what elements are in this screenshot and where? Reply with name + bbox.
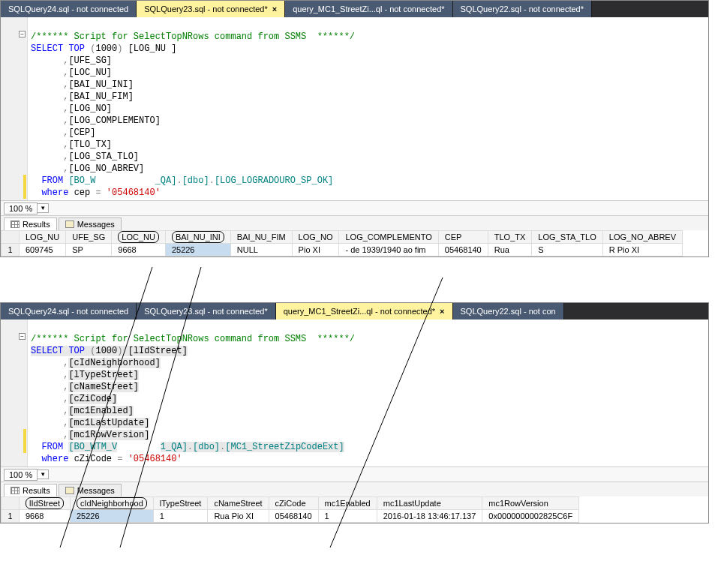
row-header-blank: [2, 231, 20, 244]
table-header-row: lIdStreet cIdNeighborhood lTypeStreet cN…: [2, 497, 579, 510]
results-grid[interactable]: LOG_NU UFE_SG LOC_NU BAI_NU_INI BAI_NU_F…: [1, 230, 708, 256]
sql-code[interactable]: /****** Script for SelectTopNRows comman…: [28, 17, 355, 200]
tab-sqlquery22[interactable]: SQLQuery22.sql - not con: [453, 303, 564, 320]
col-log-no[interactable]: LOG_NO: [292, 231, 339, 244]
col-mc1lastupdate[interactable]: mc1LastUpdate: [377, 497, 482, 510]
grid-icon: [11, 220, 20, 228]
zoom-dropdown-icon[interactable]: ▼: [38, 470, 49, 479]
tab-sqlquery24[interactable]: SQLQuery24.sql - not connected: [1, 1, 137, 17]
result-tab-bar: Results Messages: [1, 215, 708, 230]
col-mc1rowversion[interactable]: mc1RowVersion: [482, 497, 579, 510]
col-log-nu[interactable]: LOG_NU: [20, 231, 66, 244]
table-header-row: LOG_NU UFE_SG LOC_NU BAI_NU_INI BAI_NU_F…: [2, 231, 683, 244]
ssms-window-1: SQLQuery24.sql - not connected SQLQuery2…: [0, 0, 709, 257]
messages-tab[interactable]: Messages: [59, 218, 122, 230]
ssms-window-2: SQLQuery24.sql - not connected SQLQuery2…: [0, 302, 709, 524]
col-mc1enabled[interactable]: mc1Enabled: [318, 497, 377, 510]
code-editor[interactable]: − /****** Script for SelectTopNRows comm…: [1, 320, 708, 466]
grid-icon: [11, 487, 20, 494]
results-grid[interactable]: lIdStreet cIdNeighborhood lTypeStreet cN…: [1, 496, 708, 523]
col-cep[interactable]: CEP: [438, 231, 488, 244]
table-row[interactable]: 1 9668 25226 1 Rua Pio XI 05468140 1 201…: [2, 510, 579, 523]
close-icon[interactable]: ×: [440, 307, 444, 316]
col-log-no-abrev[interactable]: LOG_NO_ABREV: [602, 231, 682, 244]
editor-gutter: −: [1, 320, 28, 466]
fold-icon[interactable]: −: [19, 333, 26, 340]
zoom-level[interactable]: 100 %: [4, 202, 38, 214]
close-icon[interactable]: ×: [272, 4, 277, 14]
col-log-complemento[interactable]: LOG_COMPLEMENTO: [339, 231, 438, 244]
tab-sqlquery23[interactable]: SQLQuery23.sql - not connected*×: [137, 1, 285, 17]
zoom-dropdown-icon[interactable]: ▼: [38, 203, 49, 213]
tab-query-mc1[interactable]: query_MC1_StreetZi...ql - not connected*: [285, 1, 452, 17]
tab-bar: SQLQuery24.sql - not connected SQLQuery2…: [1, 1, 708, 17]
zoom-bar: 100 %▼: [1, 200, 708, 215]
sql-code[interactable]: /****** Script for SelectTopNRows comman…: [28, 320, 355, 466]
tab-sqlquery23[interactable]: SQLQuery23.sql - not connected*: [137, 303, 275, 320]
tab-query-mc1[interactable]: query_MC1_StreetZi...ql - not connected*…: [276, 303, 453, 320]
col-bai-nu-ini[interactable]: BAI_NU_INI: [165, 231, 230, 244]
col-log-sta-tlo[interactable]: LOG_STA_TLO: [532, 231, 602, 244]
tab-bar: SQLQuery24.sql - not connected SQLQuery2…: [1, 303, 708, 320]
col-tlo-tx[interactable]: TLO_TX: [488, 231, 532, 244]
code-editor[interactable]: − /****** Script for SelectTopNRows comm…: [1, 17, 708, 200]
col-bai-nu-fim[interactable]: BAI_NU_FIM: [230, 231, 292, 244]
tab-sqlquery24[interactable]: SQLQuery24.sql - not connected: [1, 303, 137, 320]
col-czicode[interactable]: cZiCode: [269, 497, 318, 510]
col-ufe-sg[interactable]: UFE_SG: [66, 231, 112, 244]
messages-tab[interactable]: Messages: [59, 484, 122, 496]
editor-gutter: −: [1, 17, 28, 200]
row-number[interactable]: 1: [2, 510, 20, 523]
messages-icon: [65, 487, 74, 494]
col-cnamestreet[interactable]: cNameStreet: [208, 497, 269, 510]
row-number[interactable]: 1: [2, 244, 20, 256]
col-loc-nu[interactable]: LOC_NU: [112, 231, 166, 244]
zoom-bar: 100 %▼: [1, 466, 708, 482]
result-tab-bar: Results Messages: [1, 482, 708, 496]
col-lidstreet[interactable]: lIdStreet: [20, 497, 71, 510]
tab-sqlquery22[interactable]: SQLQuery22.sql - not connected*: [453, 1, 592, 17]
row-header-blank: [2, 497, 20, 510]
results-tab[interactable]: Results: [4, 484, 57, 496]
fold-icon[interactable]: −: [19, 31, 26, 38]
messages-icon: [65, 220, 74, 228]
zoom-level[interactable]: 100 %: [4, 469, 38, 481]
table-row[interactable]: 1 609745 SP 9668 25226 NULL Pio XI - de …: [2, 244, 683, 256]
col-cidneighborhood[interactable]: cIdNeighborhood: [70, 497, 153, 510]
col-ltypestreet[interactable]: lTypeStreet: [153, 497, 208, 510]
results-tab[interactable]: Results: [4, 218, 57, 230]
